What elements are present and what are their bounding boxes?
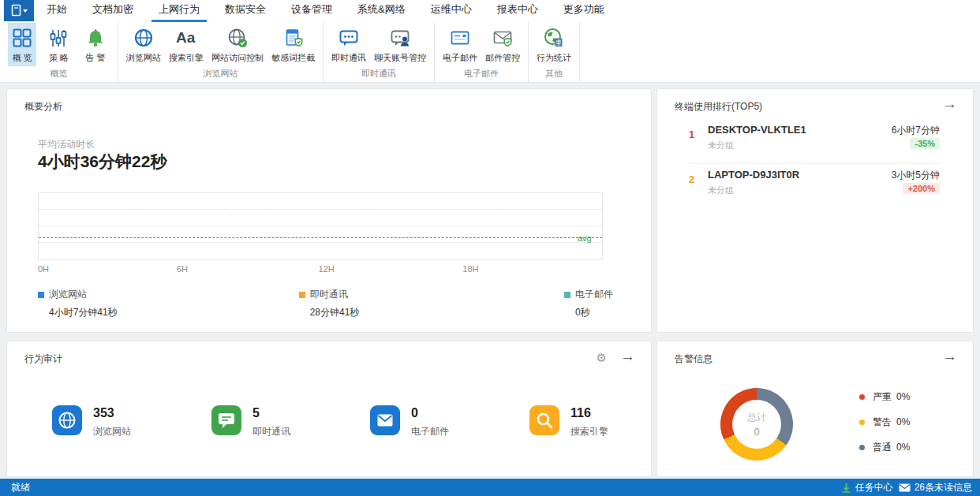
menu-tabs: 开始 文档加密 上网行为 数据安全 设备管理 系统&网络 运维中心 报表中心 更… — [39, 0, 612, 22]
terminal-name: DESKTOP-VLKTLE1 — [708, 124, 806, 136]
audit-stats: 353 浏览网站 5 即时通讯 — [7, 405, 651, 453]
stat-search[interactable]: 116 搜索引擎 — [529, 405, 664, 437]
legend-swatch — [299, 292, 305, 298]
ribbon-group-label: 概览 — [2, 67, 116, 82]
terminal-name: LAPTOP-D9J3IT0R — [708, 169, 799, 181]
ribbon-item-label: 概 览 — [13, 52, 32, 64]
x-tick-label: 18H — [462, 264, 478, 274]
arrow-right-icon[interactable]: → — [942, 95, 957, 113]
ribbon-item-behavior-stats[interactable]: 行为统计 — [533, 23, 575, 66]
sliders-icon — [48, 26, 69, 50]
gear-icon[interactable]: ⚙ — [597, 351, 607, 365]
menu-tab-start[interactable]: 开始 — [39, 0, 74, 22]
ranking-row[interactable]: 2 LAPTOP-D9J3IT0R 未分组 3小时5分钟 +200% — [689, 167, 940, 205]
panel-title: 终端使用排行(TOP5) — [675, 100, 762, 114]
menu-tab-system-network[interactable]: 系统&网络 — [350, 0, 413, 22]
ribbon-group-label: 其他 — [530, 67, 578, 82]
arrow-right-icon[interactable]: → — [942, 348, 957, 365]
menu-tab-internet-behavior[interactable]: 上网行为 — [151, 0, 207, 22]
x-tick-label: 6H — [177, 264, 188, 274]
chat-icon — [339, 26, 359, 50]
ribbon-item-web-access-control[interactable]: 网站访问控制 — [208, 23, 267, 66]
divider — [689, 163, 940, 164]
legend-item-browse: 浏览网站 4小时7分钟41秒 — [13, 288, 224, 319]
globe-check-icon — [227, 26, 248, 50]
legend-swatch — [38, 292, 44, 298]
legend-dot — [859, 445, 865, 450]
stat-value: 0 — [411, 406, 418, 420]
ribbon-item-overview[interactable]: 概 览 — [8, 23, 36, 66]
legend-value: 28分钟41秒 — [310, 306, 360, 319]
ranking-row[interactable]: 1 DESKTOP-VLKTLE1 未分组 6小时7分钟 -35% — [689, 122, 940, 160]
status-bar: 就绪 任务中心 26条未读信息 — [0, 479, 980, 496]
mail-icon — [899, 483, 911, 492]
menu-tab-report-center[interactable]: 报表中心 — [490, 0, 545, 22]
legend-label: 普通 — [873, 441, 892, 454]
alarm-legend-critical: 严重 0% — [859, 390, 910, 403]
terminal-duration: 6小时7分钟 — [892, 124, 940, 137]
app-window-icon — [9, 3, 29, 19]
alarm-legend-warning: 警告 0% — [859, 416, 910, 428]
globe-icon — [133, 26, 154, 50]
menu-tab-device-mgmt[interactable]: 设备管理 — [284, 0, 339, 22]
ribbon-item-chat-account-control[interactable]: 聊天账号管控 — [370, 23, 430, 66]
ribbon-group-label: 即时通讯 — [325, 67, 432, 82]
rank-number: 1 — [689, 129, 694, 140]
avg-line-label: avg — [578, 233, 592, 243]
gridline — [39, 209, 602, 210]
stat-im[interactable]: 5 即时通讯 — [211, 405, 346, 437]
avg-activity-label: 平均活动时长 — [38, 138, 95, 151]
bell-icon — [85, 26, 106, 50]
ribbon-item-policy[interactable]: 策 略 — [44, 23, 73, 66]
ribbon-group-email: 电子邮件 邮件管控 电子邮件 — [435, 22, 529, 82]
task-center-button[interactable]: 任务中心 — [841, 481, 893, 494]
panel-title: 告警信息 — [675, 352, 713, 366]
change-badge: -35% — [910, 138, 940, 149]
ribbon-item-mail-control[interactable]: 邮件管控 — [481, 23, 524, 66]
behavior-audit-panel: 行为审计 ⚙ → 353 浏览网站 — [6, 341, 652, 477]
menu-tab-data-security[interactable]: 数据安全 — [218, 0, 273, 22]
menu-tab-ops-center[interactable]: 运维中心 — [424, 0, 479, 22]
terminal-group: 未分组 — [708, 140, 734, 151]
font-aa-icon: Aa — [174, 26, 198, 50]
legend-value: 0秒 — [575, 306, 613, 319]
ribbon-group-label: 浏览网站 — [120, 67, 321, 82]
ribbon-item-label: 浏览网站 — [126, 52, 161, 64]
ribbon-item-alert[interactable]: 告 警 — [81, 23, 110, 66]
ribbon-group-overview: 概 览 策 略 — [0, 22, 118, 82]
stat-label: 电子邮件 — [411, 425, 449, 438]
mail-shield-icon — [492, 26, 513, 50]
ribbon-item-label: 即时通讯 — [331, 52, 366, 64]
activity-chart-legend: 浏览网站 4小时7分钟41秒 即时通讯 28分钟41秒 电子邮件 0秒 — [13, 288, 645, 319]
ribbon-item-sensitive-word-block[interactable]: 敏感词拦截 — [267, 23, 319, 66]
ribbon-item-im[interactable]: 即时通讯 — [327, 23, 370, 66]
ribbon-item-email[interactable]: 电子邮件 — [439, 23, 481, 66]
gridline — [39, 242, 602, 243]
legend-percent: 0% — [896, 416, 910, 427]
terminal-duration: 3小时5分钟 — [892, 169, 940, 182]
stat-email[interactable]: 0 电子邮件 — [370, 405, 504, 437]
ribbon-item-browse-web[interactable]: 浏览网站 — [122, 23, 165, 66]
legend-percent: 0% — [896, 391, 910, 402]
gridline — [39, 226, 602, 226]
menu-tab-more[interactable]: 更多功能 — [556, 0, 612, 22]
panel-title: 行为审计 — [24, 352, 62, 366]
alarm-legend: 严重 0% 警告 0% 普通 0% — [859, 390, 910, 466]
ribbon-item-label: 电子邮件 — [443, 52, 477, 64]
x-tick-label: 12H — [319, 264, 335, 274]
legend-item-im: 即时通讯 28分钟41秒 — [299, 288, 360, 319]
app-menu-button[interactable] — [4, 0, 34, 21]
arrow-right-icon[interactable]: → — [620, 348, 635, 365]
activity-chart-xaxis: 0H6H12H18H — [38, 264, 603, 275]
legend-value: 4小时7分钟41秒 — [49, 306, 224, 319]
donut-center: 总计 0 — [732, 400, 781, 449]
ribbon-item-search-engine[interactable]: Aa 搜索引擎 — [165, 23, 208, 66]
globe-icon — [52, 405, 82, 435]
ribbon-group-other: 行为统计 其他 — [529, 22, 580, 82]
ribbon-group-label: 电子邮件 — [436, 67, 526, 82]
stat-label: 浏览网站 — [93, 425, 131, 438]
content-area: 概要分析 平均活动时长 4小时36分钟22秒 avg 0H6H12H18H 浏览… — [0, 83, 980, 479]
stat-browse-web[interactable]: 353 浏览网站 — [52, 405, 186, 437]
menu-tab-doc-encrypt[interactable]: 文档加密 — [85, 0, 140, 22]
unread-messages-button[interactable]: 26条未读信息 — [899, 481, 972, 494]
